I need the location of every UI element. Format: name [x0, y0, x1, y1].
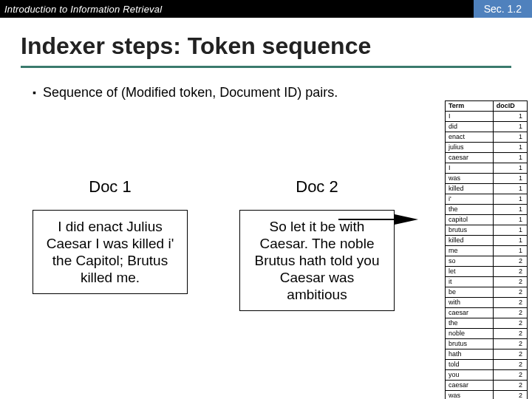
token-table-wrap: Term docID I1did1enact1julius1caesar1I1w…: [445, 100, 528, 399]
cell-docid: 2: [493, 339, 527, 349]
cell-term: killed: [446, 184, 494, 194]
cell-term: killed: [446, 236, 494, 246]
cell-term: it: [446, 277, 494, 287]
cell-term: the: [446, 205, 494, 215]
cell-term: julius: [446, 143, 494, 153]
doc2-box: So let it be with Caesar. The noble Brut…: [239, 210, 395, 311]
cell-term: enact: [446, 132, 494, 143]
table-row: told2: [446, 360, 528, 370]
cell-docid: 2: [493, 391, 527, 400]
cell-term: brutus: [446, 339, 494, 349]
table-row: julius1: [446, 143, 528, 153]
cell-docid: 2: [493, 267, 527, 277]
top-bar: Introduction to Information Retrieval Se…: [0, 0, 532, 18]
bullet-text: Sequence of (Modified token, Document ID…: [43, 84, 338, 100]
table-row: it2: [446, 277, 528, 287]
cell-docid: 2: [493, 381, 527, 391]
table-row: let2: [446, 267, 528, 277]
table-row: me1: [446, 246, 528, 256]
table-row: brutus1: [446, 225, 528, 236]
cell-term: so: [446, 256, 494, 267]
cell-docid: 2: [493, 287, 527, 298]
table-row: noble2: [446, 329, 528, 339]
cell-docid: 1: [493, 112, 527, 122]
cell-term: with: [446, 298, 494, 308]
cell-term: caesar: [446, 381, 494, 391]
cell-docid: 1: [493, 122, 527, 132]
cell-term: me: [446, 246, 494, 256]
cell-term: brutus: [446, 225, 494, 236]
docs-row: Doc 1 I did enact Julius Caesar I was ki…: [33, 177, 395, 311]
th-term: Term: [446, 101, 494, 112]
cell-docid: 1: [493, 215, 527, 225]
doc2-label: Doc 2: [239, 177, 395, 197]
course-title: Introduction to Information Retrieval: [0, 4, 474, 15]
cell-term: was: [446, 391, 494, 400]
cell-docid: 1: [493, 163, 527, 174]
cell-docid: 1: [493, 246, 527, 256]
cell-term: the: [446, 318, 494, 329]
cell-docid: 1: [493, 143, 527, 153]
cell-docid: 2: [493, 349, 527, 360]
cell-term: noble: [446, 329, 494, 339]
cell-term: told: [446, 360, 494, 370]
table-row: was1: [446, 174, 528, 184]
cell-term: I: [446, 163, 494, 174]
cell-term: caesar: [446, 308, 494, 318]
cell-docid: 2: [493, 308, 527, 318]
table-row: caesar1: [446, 153, 528, 163]
table-row: you2: [446, 370, 528, 381]
cell-docid: 1: [493, 132, 527, 143]
cell-term: be: [446, 287, 494, 298]
table-row: be2: [446, 287, 528, 298]
token-table: Term docID I1did1enact1julius1caesar1I1w…: [445, 100, 528, 399]
cell-docid: 1: [493, 184, 527, 194]
table-row: killed1: [446, 184, 528, 194]
cell-docid: 2: [493, 360, 527, 370]
cell-term: was: [446, 174, 494, 184]
table-row: so2: [446, 256, 528, 267]
cell-term: let: [446, 267, 494, 277]
arrow-icon: [338, 214, 420, 225]
table-row: I1: [446, 163, 528, 174]
table-row: caesar2: [446, 308, 528, 318]
cell-docid: 1: [493, 205, 527, 215]
cell-term: i': [446, 194, 494, 205]
table-row: did1: [446, 122, 528, 132]
table-row: hath2: [446, 349, 528, 360]
bullet-icon: ▪: [33, 84, 43, 100]
title-wrap: Indexer steps: Token sequence: [0, 18, 532, 63]
bullet-item: ▪ Sequence of (Modified token, Document …: [0, 68, 532, 100]
cell-docid: 1: [493, 194, 527, 205]
table-row: brutus2: [446, 339, 528, 349]
doc2-column: Doc 2 So let it be with Caesar. The nobl…: [239, 177, 395, 311]
table-row: capitol1: [446, 215, 528, 225]
table-row: was2: [446, 391, 528, 400]
cell-docid: 2: [493, 329, 527, 339]
cell-docid: 2: [493, 256, 527, 267]
cell-term: hath: [446, 349, 494, 360]
cell-docid: 2: [493, 298, 527, 308]
cell-term: did: [446, 122, 494, 132]
doc1-label: Doc 1: [33, 177, 188, 197]
doc1-column: Doc 1 I did enact Julius Caesar I was ki…: [33, 177, 188, 311]
doc1-box: I did enact Julius Caesar I was killed i…: [33, 210, 188, 294]
table-header-row: Term docID: [446, 101, 528, 112]
cell-term: I: [446, 112, 494, 122]
table-row: with2: [446, 298, 528, 308]
page-title: Indexer steps: Token sequence: [21, 33, 532, 60]
cell-term: you: [446, 370, 494, 381]
table-row: killed1: [446, 236, 528, 246]
cell-docid: 1: [493, 174, 527, 184]
slide: Introduction to Information Retrieval Se…: [0, 0, 532, 399]
cell-term: caesar: [446, 153, 494, 163]
cell-docid: 1: [493, 153, 527, 163]
section-badge: Sec. 1.2: [474, 0, 532, 18]
cell-docid: 1: [493, 225, 527, 236]
cell-term: capitol: [446, 215, 494, 225]
cell-docid: 2: [493, 370, 527, 381]
table-row: the2: [446, 318, 528, 329]
table-row: i'1: [446, 194, 528, 205]
table-row: enact1: [446, 132, 528, 143]
cell-docid: 1: [493, 236, 527, 246]
